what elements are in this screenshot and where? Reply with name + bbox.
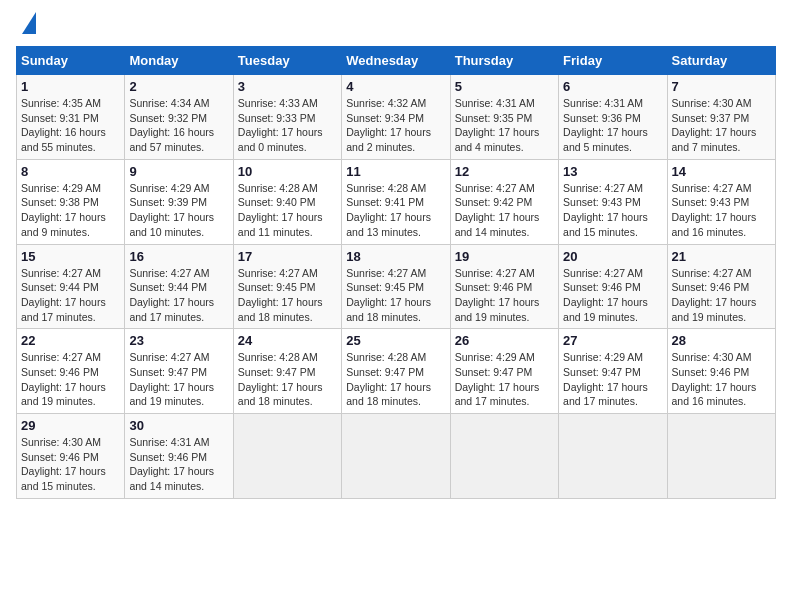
day-number: 18 — [346, 249, 445, 264]
calendar-cell: 13Sunrise: 4:27 AM Sunset: 9:43 PM Dayli… — [559, 159, 667, 244]
day-number: 1 — [21, 79, 120, 94]
calendar-cell — [342, 414, 450, 499]
day-info: Sunrise: 4:27 AM Sunset: 9:45 PM Dayligh… — [238, 266, 337, 325]
day-number: 11 — [346, 164, 445, 179]
calendar-cell: 22Sunrise: 4:27 AM Sunset: 9:46 PM Dayli… — [17, 329, 125, 414]
day-info: Sunrise: 4:31 AM Sunset: 9:46 PM Dayligh… — [129, 435, 228, 494]
day-number: 8 — [21, 164, 120, 179]
day-info: Sunrise: 4:27 AM Sunset: 9:46 PM Dayligh… — [455, 266, 554, 325]
weekday-header-friday: Friday — [559, 47, 667, 75]
day-number: 24 — [238, 333, 337, 348]
calendar-cell: 10Sunrise: 4:28 AM Sunset: 9:40 PM Dayli… — [233, 159, 341, 244]
day-number: 29 — [21, 418, 120, 433]
day-number: 6 — [563, 79, 662, 94]
day-number: 26 — [455, 333, 554, 348]
calendar-cell: 19Sunrise: 4:27 AM Sunset: 9:46 PM Dayli… — [450, 244, 558, 329]
calendar-cell — [667, 414, 775, 499]
day-info: Sunrise: 4:27 AM Sunset: 9:43 PM Dayligh… — [672, 181, 771, 240]
calendar-cell: 28Sunrise: 4:30 AM Sunset: 9:46 PM Dayli… — [667, 329, 775, 414]
calendar-cell: 27Sunrise: 4:29 AM Sunset: 9:47 PM Dayli… — [559, 329, 667, 414]
calendar-cell: 1Sunrise: 4:35 AM Sunset: 9:31 PM Daylig… — [17, 75, 125, 160]
calendar-cell: 29Sunrise: 4:30 AM Sunset: 9:46 PM Dayli… — [17, 414, 125, 499]
day-number: 19 — [455, 249, 554, 264]
day-info: Sunrise: 4:28 AM Sunset: 9:40 PM Dayligh… — [238, 181, 337, 240]
calendar-cell: 5Sunrise: 4:31 AM Sunset: 9:35 PM Daylig… — [450, 75, 558, 160]
day-number: 5 — [455, 79, 554, 94]
calendar-cell: 30Sunrise: 4:31 AM Sunset: 9:46 PM Dayli… — [125, 414, 233, 499]
logo — [16, 16, 36, 38]
day-info: Sunrise: 4:35 AM Sunset: 9:31 PM Dayligh… — [21, 96, 120, 155]
day-number: 28 — [672, 333, 771, 348]
calendar-cell: 16Sunrise: 4:27 AM Sunset: 9:44 PM Dayli… — [125, 244, 233, 329]
day-info: Sunrise: 4:29 AM Sunset: 9:47 PM Dayligh… — [563, 350, 662, 409]
calendar-cell — [233, 414, 341, 499]
day-number: 10 — [238, 164, 337, 179]
day-info: Sunrise: 4:27 AM Sunset: 9:45 PM Dayligh… — [346, 266, 445, 325]
day-number: 22 — [21, 333, 120, 348]
day-number: 15 — [21, 249, 120, 264]
day-number: 12 — [455, 164, 554, 179]
calendar-cell: 15Sunrise: 4:27 AM Sunset: 9:44 PM Dayli… — [17, 244, 125, 329]
day-number: 14 — [672, 164, 771, 179]
calendar-cell: 14Sunrise: 4:27 AM Sunset: 9:43 PM Dayli… — [667, 159, 775, 244]
day-number: 7 — [672, 79, 771, 94]
weekday-header-saturday: Saturday — [667, 47, 775, 75]
calendar-cell: 21Sunrise: 4:27 AM Sunset: 9:46 PM Dayli… — [667, 244, 775, 329]
day-number: 21 — [672, 249, 771, 264]
weekday-header-wednesday: Wednesday — [342, 47, 450, 75]
weekday-header-tuesday: Tuesday — [233, 47, 341, 75]
calendar-cell: 11Sunrise: 4:28 AM Sunset: 9:41 PM Dayli… — [342, 159, 450, 244]
calendar-cell: 9Sunrise: 4:29 AM Sunset: 9:39 PM Daylig… — [125, 159, 233, 244]
calendar-cell — [559, 414, 667, 499]
day-info: Sunrise: 4:30 AM Sunset: 9:46 PM Dayligh… — [21, 435, 120, 494]
calendar-cell: 7Sunrise: 4:30 AM Sunset: 9:37 PM Daylig… — [667, 75, 775, 160]
day-info: Sunrise: 4:28 AM Sunset: 9:41 PM Dayligh… — [346, 181, 445, 240]
logo-triangle-icon — [22, 12, 36, 34]
day-info: Sunrise: 4:30 AM Sunset: 9:37 PM Dayligh… — [672, 96, 771, 155]
day-info: Sunrise: 4:27 AM Sunset: 9:47 PM Dayligh… — [129, 350, 228, 409]
calendar-cell: 12Sunrise: 4:27 AM Sunset: 9:42 PM Dayli… — [450, 159, 558, 244]
calendar-cell: 24Sunrise: 4:28 AM Sunset: 9:47 PM Dayli… — [233, 329, 341, 414]
day-info: Sunrise: 4:33 AM Sunset: 9:33 PM Dayligh… — [238, 96, 337, 155]
day-number: 25 — [346, 333, 445, 348]
day-info: Sunrise: 4:29 AM Sunset: 9:39 PM Dayligh… — [129, 181, 228, 240]
calendar-cell: 17Sunrise: 4:27 AM Sunset: 9:45 PM Dayli… — [233, 244, 341, 329]
calendar-table: SundayMondayTuesdayWednesdayThursdayFrid… — [16, 46, 776, 499]
calendar-cell: 25Sunrise: 4:28 AM Sunset: 9:47 PM Dayli… — [342, 329, 450, 414]
calendar-week-5: 29Sunrise: 4:30 AM Sunset: 9:46 PM Dayli… — [17, 414, 776, 499]
day-info: Sunrise: 4:27 AM Sunset: 9:46 PM Dayligh… — [563, 266, 662, 325]
day-info: Sunrise: 4:27 AM Sunset: 9:43 PM Dayligh… — [563, 181, 662, 240]
day-info: Sunrise: 4:34 AM Sunset: 9:32 PM Dayligh… — [129, 96, 228, 155]
day-info: Sunrise: 4:28 AM Sunset: 9:47 PM Dayligh… — [346, 350, 445, 409]
day-info: Sunrise: 4:32 AM Sunset: 9:34 PM Dayligh… — [346, 96, 445, 155]
calendar-cell: 4Sunrise: 4:32 AM Sunset: 9:34 PM Daylig… — [342, 75, 450, 160]
day-info: Sunrise: 4:29 AM Sunset: 9:38 PM Dayligh… — [21, 181, 120, 240]
day-info: Sunrise: 4:27 AM Sunset: 9:44 PM Dayligh… — [129, 266, 228, 325]
calendar-week-1: 1Sunrise: 4:35 AM Sunset: 9:31 PM Daylig… — [17, 75, 776, 160]
calendar-cell: 8Sunrise: 4:29 AM Sunset: 9:38 PM Daylig… — [17, 159, 125, 244]
calendar-cell: 2Sunrise: 4:34 AM Sunset: 9:32 PM Daylig… — [125, 75, 233, 160]
calendar-cell: 3Sunrise: 4:33 AM Sunset: 9:33 PM Daylig… — [233, 75, 341, 160]
day-info: Sunrise: 4:31 AM Sunset: 9:36 PM Dayligh… — [563, 96, 662, 155]
day-number: 17 — [238, 249, 337, 264]
day-number: 2 — [129, 79, 228, 94]
day-number: 4 — [346, 79, 445, 94]
day-number: 23 — [129, 333, 228, 348]
day-number: 27 — [563, 333, 662, 348]
day-info: Sunrise: 4:27 AM Sunset: 9:42 PM Dayligh… — [455, 181, 554, 240]
day-info: Sunrise: 4:28 AM Sunset: 9:47 PM Dayligh… — [238, 350, 337, 409]
calendar-cell: 6Sunrise: 4:31 AM Sunset: 9:36 PM Daylig… — [559, 75, 667, 160]
calendar-week-3: 15Sunrise: 4:27 AM Sunset: 9:44 PM Dayli… — [17, 244, 776, 329]
calendar-cell — [450, 414, 558, 499]
day-number: 9 — [129, 164, 228, 179]
day-info: Sunrise: 4:27 AM Sunset: 9:46 PM Dayligh… — [21, 350, 120, 409]
day-info: Sunrise: 4:29 AM Sunset: 9:47 PM Dayligh… — [455, 350, 554, 409]
day-info: Sunrise: 4:31 AM Sunset: 9:35 PM Dayligh… — [455, 96, 554, 155]
calendar-week-4: 22Sunrise: 4:27 AM Sunset: 9:46 PM Dayli… — [17, 329, 776, 414]
day-info: Sunrise: 4:27 AM Sunset: 9:46 PM Dayligh… — [672, 266, 771, 325]
calendar-week-2: 8Sunrise: 4:29 AM Sunset: 9:38 PM Daylig… — [17, 159, 776, 244]
day-number: 20 — [563, 249, 662, 264]
day-number: 13 — [563, 164, 662, 179]
day-info: Sunrise: 4:30 AM Sunset: 9:46 PM Dayligh… — [672, 350, 771, 409]
calendar-cell: 23Sunrise: 4:27 AM Sunset: 9:47 PM Dayli… — [125, 329, 233, 414]
